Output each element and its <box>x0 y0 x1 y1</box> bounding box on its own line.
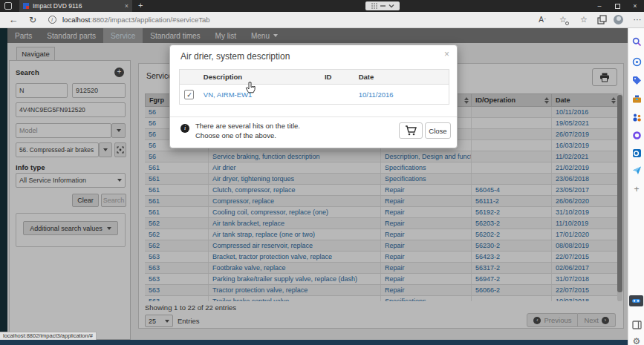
designer-ring-icon[interactable] <box>631 129 643 141</box>
row-checkbox[interactable]: ✓ <box>184 90 194 99</box>
close-button[interactable]: Close <box>425 122 451 139</box>
url-path: :8802/impact3/application/#serviceTab <box>91 16 210 24</box>
browser-tab[interactable]: Impact DVD 9116 × <box>19 0 132 12</box>
bottom-bar <box>0 340 628 345</box>
mouse-cursor-icon <box>245 82 256 98</box>
search-icon[interactable] <box>631 36 643 47</box>
hit-selection-dialog: Air drier, system description × Descript… <box>169 45 458 148</box>
favorites-bar-icon[interactable]: ☆ <box>576 12 591 27</box>
back-button[interactable]: ← <box>6 12 21 27</box>
browser-tab-strip: Impact DVD 9116 × + – × <box>0 0 644 12</box>
dialog-table-header: Description ID Date <box>180 70 449 85</box>
hit-date-cell: 10/11/2016 <box>356 91 449 99</box>
copilot-icon[interactable] <box>631 56 643 68</box>
recorder-widget[interactable] <box>365 1 400 10</box>
minimize-widget-icon[interactable] <box>380 3 386 9</box>
read-aloud-icon[interactable]: Aˆ <box>535 12 550 27</box>
shopping-tag-icon[interactable] <box>631 74 643 86</box>
dialog-close-icon[interactable]: × <box>444 49 449 59</box>
new-tab-button[interactable]: + <box>138 1 143 10</box>
window-controls: – × <box>591 0 644 12</box>
dialog-info-line1: There are several hits on the title. <box>195 122 300 130</box>
more-menu-icon[interactable]: ⋯ <box>631 12 643 27</box>
plus-icon[interactable]: + <box>631 183 643 195</box>
dialog-divider <box>170 116 457 117</box>
window-close-button[interactable]: × <box>626 0 644 12</box>
info-icon: i <box>180 124 189 133</box>
dialog-col-id: ID <box>322 73 356 81</box>
dialog-table: Description ID Date ✓ VN, AIRM-EW1 10/11… <box>179 69 449 105</box>
screenshot-root: Impact DVD 9116 × + – × ← ↻ i localhost:… <box>0 0 644 345</box>
paper-plane-icon[interactable] <box>631 164 643 176</box>
edge-sidebar: + ⚙ <box>628 28 644 345</box>
address-bar[interactable]: localhost:8802/impact3/application/#serv… <box>62 12 210 27</box>
tab-title: Impact DVD 9116 <box>33 2 122 10</box>
dialog-col-date: Date <box>356 73 449 81</box>
window-maximize-button[interactable] <box>608 0 626 12</box>
toolbox-icon[interactable] <box>631 93 643 105</box>
dialog-title: Air drier, system description <box>180 51 290 62</box>
tab-close-icon[interactable]: × <box>125 2 129 10</box>
add-to-cart-button[interactable] <box>399 122 423 139</box>
dialog-info-line2: Choose one of the above. <box>195 131 276 139</box>
profile-avatar[interactable] <box>614 15 623 24</box>
refresh-button[interactable]: ↻ <box>25 12 40 27</box>
tab-actions-icon[interactable] <box>4 2 12 10</box>
url-host: localhost <box>62 16 91 24</box>
site-info-icon[interactable]: i <box>46 12 58 27</box>
settings-gear-icon[interactable]: ⚙ <box>631 335 643 345</box>
favicon-icon <box>23 3 29 9</box>
outlook-icon[interactable] <box>631 147 643 159</box>
collections-icon[interactable] <box>594 12 609 27</box>
cart-icon <box>405 125 417 136</box>
grid-dots-icon <box>371 3 377 9</box>
favorites-star-icon[interactable]: ☆ <box>556 12 570 27</box>
chevron-down-icon[interactable] <box>388 3 394 9</box>
dialog-table-row[interactable]: ✓ VN, AIRM-EW1 10/11/2016 <box>180 85 449 104</box>
window-minimize-button[interactable]: – <box>591 0 608 12</box>
dialog-col-description: Description <box>199 73 322 81</box>
browser-toolbar: ← ↻ i localhost:8802/impact3/application… <box>0 12 644 28</box>
hit-description-link[interactable]: VN, AIRM-EW1 <box>199 91 322 99</box>
status-link-tooltip: localhost:8802/impact3/application/# <box>0 332 97 340</box>
dark-badge-icon[interactable] <box>629 295 643 306</box>
people-icon[interactable] <box>631 111 643 123</box>
open-panel-icon[interactable] <box>631 319 643 331</box>
